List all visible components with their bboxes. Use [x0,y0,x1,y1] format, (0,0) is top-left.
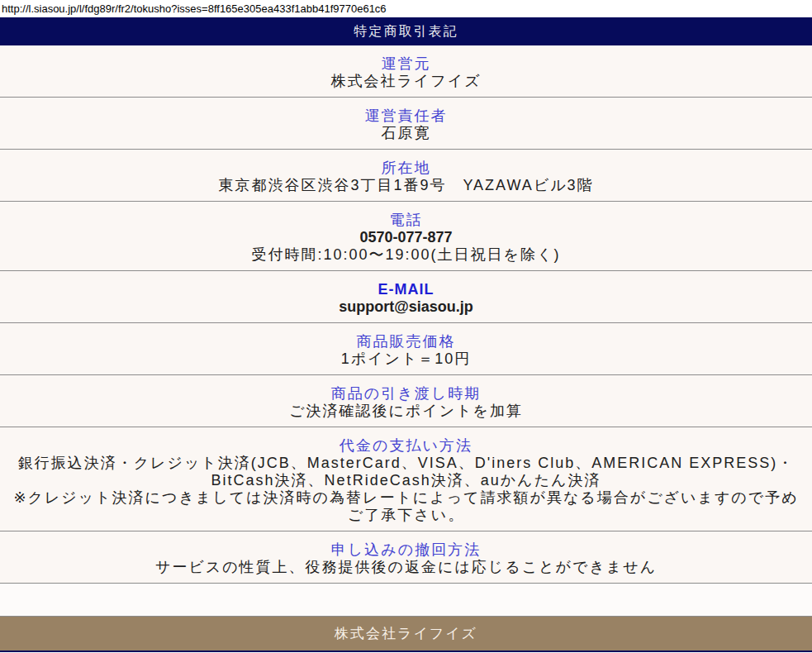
section-phone: 電話 0570-077-877 受付時間:10:00〜19:00(土日祝日を除く… [0,202,812,271]
section-delivery: 商品の引き渡し時期 ご決済確認後にポイントを加算 [0,375,812,427]
section-text: 石原寛 [8,125,804,142]
section-text: ご決済確認後にポイントを加算 [8,403,804,420]
footer-company-name: 株式会社ライフイズ [335,624,477,643]
section-email: E-MAIL support@siasou.jp [0,271,812,323]
section-payment: 代金の支払い方法 銀行振込決済・クレジット決済(JCB、MasterCard、V… [0,427,812,531]
footer-bar: 株式会社ライフイズ [0,617,812,651]
section-text: 株式会社ライフイズ [8,73,804,90]
section-manager: 運営責任者 石原寛 [0,98,812,150]
email-address: support@siasou.jp [8,298,804,316]
section-price: 商品販売価格 1ポイント＝10円 [0,323,812,375]
phone-number: 0570-077-877 [8,229,804,246]
tokusho-table: 運営元 株式会社ライフイズ 運営責任者 石原寛 所在地 東京都渋谷区渋谷3丁目1… [0,45,812,617]
page-title: 特定商取引表記 [354,23,458,41]
section-heading: 申し込みの撤回方法 [8,541,804,559]
section-heading: 商品の引き渡し時期 [8,385,804,403]
payment-note: ※クレジット決済につきましては決済時の為替レートによって請求額が異なる場合がござ… [8,489,804,524]
empty-row [0,584,812,617]
section-heading: 所在地 [8,160,804,177]
payment-methods: 銀行振込決済・クレジット決済(JCB、MasterCard、VISA、D'ine… [8,455,804,489]
section-heading: 代金の支払い方法 [8,437,804,455]
section-text: サービスの性質上、役務提供後の返金には応じることができません [8,559,804,576]
page-url-text: http://l.siasou.jp/l/fdg89r/fr2/tokusho?… [0,0,812,17]
section-operator: 運営元 株式会社ライフイズ [0,45,812,98]
footer-bottom-strip [0,651,812,652]
section-text: 1ポイント＝10円 [8,350,804,368]
section-heading: 運営元 [8,55,804,73]
section-cancellation: 申し込みの撤回方法 サービスの性質上、役務提供後の返金には応じることができません [0,531,812,584]
section-address: 所在地 東京都渋谷区渋谷3丁目1番9号 YAZAWAビル3階 [0,150,812,202]
section-heading: 電話 [8,212,804,229]
section-heading: 運営責任者 [8,107,804,125]
reception-hours: 受付時間:10:00〜19:00(土日祝日を除く) [8,246,804,264]
section-heading: E-MAIL [8,281,804,298]
section-heading: 商品販売価格 [8,333,804,350]
page-title-bar: 特定商取引表記 [0,17,812,45]
section-text: 東京都渋谷区渋谷3丁目1番9号 YAZAWAビル3階 [8,177,804,194]
